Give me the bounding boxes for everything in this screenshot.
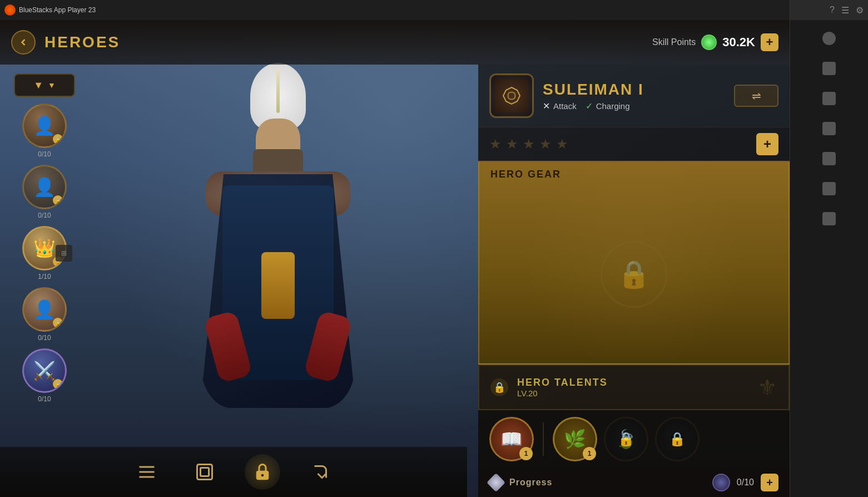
- filter-icon: ▼: [33, 80, 43, 91]
- hero-emblem-svg: [500, 85, 523, 107]
- filter-button[interactable]: ▼ ▼: [14, 73, 75, 97]
- sidebar-icon-2[interactable]: [815, 55, 843, 82]
- sidebar-icon-shape-7: [822, 212, 836, 225]
- hero-progress: 0/10: [38, 395, 51, 403]
- title-bar: BlueStacks App Player 23 ? — □ ✕: [0, 0, 868, 20]
- sidebar-settings-icon[interactable]: ⚙: [856, 5, 864, 16]
- hero-avatar-image: 👤 🔒: [22, 287, 67, 332]
- hero-avatar-item[interactable]: ⚔️ 🔒 0/10: [22, 348, 67, 403]
- game-area: HEROES Skill Points 30.2K + ▼ ▼ 👤 🔒 0/10…: [0, 20, 790, 497]
- skill-icon-2[interactable]: 🌿 1: [553, 417, 597, 461]
- hero-progress: 1/10: [38, 273, 51, 281]
- sidebar-icon-4[interactable]: [815, 115, 843, 142]
- sidebar-icon-shape-3: [822, 92, 836, 105]
- hero-header: SULEIMAN I ✕ Attack ✓ Charging ⇌: [478, 65, 790, 127]
- bottom-nav-arrow[interactable]: [302, 454, 338, 490]
- progress-label: Progress: [509, 478, 552, 488]
- character-silhouette: [139, 35, 417, 452]
- sidebar-icon-shape-5: [822, 152, 836, 165]
- hero-random-button[interactable]: ⇌: [734, 85, 778, 107]
- star-1: ★: [489, 136, 502, 152]
- skills-row: 📖 1 🌿 1 🍃 🔒 ⚙ 🔒: [478, 410, 790, 468]
- hero-avatar-image: ⚔️ 🔒: [22, 348, 67, 393]
- hero-avatar-item[interactable]: 👤 🔒 0/10: [22, 104, 67, 158]
- hero-avatar-image: 👤 🔒: [22, 165, 67, 209]
- progress-avatar-icon: [712, 474, 730, 491]
- right-panel: SULEIMAN I ✕ Attack ✓ Charging ⇌ ★: [478, 65, 790, 497]
- skill-lock-icon-4: 🔒: [655, 417, 700, 461]
- hero-lock-icon: 🔒: [53, 379, 63, 389]
- hero-lock-icon: 🔒: [53, 134, 63, 144]
- hero-progress: 0/10: [38, 150, 51, 158]
- app-icon: [4, 4, 16, 16]
- sidebar-icon-shape-4: [822, 122, 836, 135]
- sidebar-menu-icon[interactable]: ☰: [841, 5, 849, 16]
- star-2: ★: [506, 136, 518, 152]
- attack-icon: ✕: [543, 101, 550, 111]
- gear-lock-circle: 🔒: [601, 241, 667, 308]
- progress-row: Progress 0/10 +: [478, 468, 790, 497]
- back-button[interactable]: [11, 30, 36, 55]
- hero-tag-attack: ✕ Attack: [543, 101, 577, 111]
- sidebar-icon-shape-6: [822, 182, 836, 195]
- talents-lock-icon: 🔒: [490, 378, 508, 396]
- progress-count: 0/10: [737, 478, 754, 488]
- hero-progress: 0/10: [38, 334, 51, 342]
- skill-points-add-button[interactable]: +: [761, 33, 778, 51]
- star-3: ★: [523, 136, 535, 152]
- sidebar-icon-6[interactable]: [815, 175, 843, 203]
- talents-level: LV.20: [517, 388, 608, 398]
- character-body: [183, 63, 373, 452]
- star-5: ★: [556, 136, 568, 152]
- sidebar-icon-3[interactable]: [815, 85, 843, 112]
- progress-gem-icon: [487, 473, 505, 492]
- hero-lock-icon: 🔒: [53, 318, 63, 328]
- bottom-nav-lock[interactable]: [245, 454, 280, 490]
- app-title: BlueStacks App Player 23: [19, 6, 96, 14]
- hero-avatar-item[interactable]: 👤 🔒 0/10: [22, 165, 67, 219]
- hero-talents-section[interactable]: 🔒 HERO TALENTS LV.20 ⚜: [478, 365, 790, 410]
- skill-points-label: Skill Points: [652, 37, 696, 47]
- sidebar-top-bar: ? ☰ ⚙: [790, 0, 868, 20]
- top-nav: HEROES Skill Points 30.2K +: [0, 20, 790, 65]
- hero-tags: ✕ Attack ✓ Charging: [543, 101, 644, 111]
- sidebar-help-icon[interactable]: ?: [830, 5, 835, 15]
- char-arms: [222, 313, 334, 369]
- stars-add-button[interactable]: +: [756, 133, 778, 155]
- grid-icon: ⊞: [56, 245, 72, 262]
- skill-divider: [543, 422, 544, 456]
- sidebar-icon-5[interactable]: [815, 145, 843, 173]
- chevron-down-icon: ▼: [48, 81, 56, 90]
- stars-row: ★ ★ ★ ★ ★ +: [478, 127, 790, 161]
- hero-avatar-image: 👤 🔒: [22, 104, 67, 148]
- charging-label: Charging: [596, 101, 630, 111]
- talents-info: HERO TALENTS LV.20: [517, 377, 608, 398]
- star-4: ★: [539, 136, 552, 152]
- page-title: HEROES: [44, 33, 120, 51]
- bottom-nav-list[interactable]: [129, 454, 165, 490]
- skill-icon-4[interactable]: ⚙ 🔒: [655, 417, 700, 461]
- svg-rect-3: [197, 465, 212, 480]
- skill-lock-icon-3: 🔒: [604, 417, 648, 461]
- talents-title: HERO TALENTS: [517, 377, 608, 388]
- progress-add-button[interactable]: +: [761, 474, 778, 491]
- sidebar-icon-1[interactable]: [815, 24, 843, 52]
- skill-icon-3[interactable]: 🍃 🔒: [604, 417, 648, 461]
- hero-avatar-item[interactable]: 👑 🔒 1/10 ⊞: [22, 226, 67, 281]
- hero-lock-icon: 🔒: [53, 195, 63, 205]
- skill-points-icon: [701, 35, 717, 50]
- bottom-nav-frame[interactable]: [187, 454, 222, 490]
- char-sash: [261, 252, 295, 319]
- gear-lock-icon: 🔒: [617, 259, 651, 290]
- hero-gear-section: HERO GEAR 🔒: [478, 161, 790, 365]
- svg-point-6: [261, 474, 264, 477]
- skill-icon-1[interactable]: 📖 1: [489, 417, 534, 461]
- skill-badge-2: 1: [583, 447, 596, 460]
- attack-label: Attack: [553, 101, 577, 111]
- skill-badge-1: 1: [519, 447, 533, 460]
- hero-avatar-item[interactable]: 👤 🔒 0/10: [22, 287, 67, 342]
- sidebar-icon-7[interactable]: [815, 205, 843, 233]
- hero-name-area: SULEIMAN I ✕ Attack ✓ Charging: [543, 81, 644, 111]
- hero-tag-charging: ✓ Charging: [586, 101, 630, 111]
- left-sidebar: ▼ ▼ 👤 🔒 0/10 👤 🔒 0/10 👑 🔒 1/10: [0, 65, 89, 447]
